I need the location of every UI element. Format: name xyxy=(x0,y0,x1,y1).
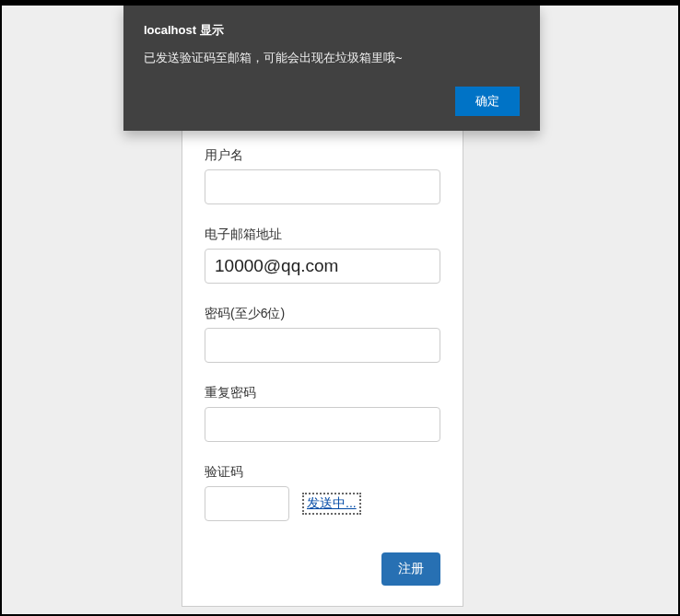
email-label: 电子邮箱地址 xyxy=(205,227,440,243)
password-label: 密码(至少6位) xyxy=(205,306,440,322)
email-group: 电子邮箱地址 xyxy=(205,227,440,284)
captcha-input[interactable] xyxy=(205,486,289,521)
captcha-group: 验证码 发送中... xyxy=(205,464,440,521)
alert-dialog: localhost 显示 已发送验证码至邮箱，可能会出现在垃圾箱里哦~ 确定 xyxy=(123,6,540,131)
username-label: 用户名 xyxy=(205,147,440,164)
username-input[interactable] xyxy=(205,169,440,204)
captcha-row: 发送中... xyxy=(205,486,440,521)
confirm-password-input[interactable] xyxy=(205,407,440,442)
alert-ok-button[interactable]: 确定 xyxy=(455,87,520,116)
captcha-label: 验证码 xyxy=(205,464,440,481)
username-group: 用户名 xyxy=(205,147,440,204)
confirm-password-group: 重复密码 xyxy=(205,385,440,442)
confirm-password-label: 重复密码 xyxy=(205,385,440,401)
alert-message: 已发送验证码至邮箱，可能会出现在垃圾箱里哦~ xyxy=(144,50,520,66)
registration-form: 用户名 电子邮箱地址 密码(至少6位) 重复密码 验证码 发送中... 注册 xyxy=(182,126,463,607)
email-input[interactable] xyxy=(205,249,440,284)
password-group: 密码(至少6位) xyxy=(205,306,440,363)
form-actions: 注册 xyxy=(205,552,440,586)
alert-actions: 确定 xyxy=(144,87,520,116)
alert-title: localhost 显示 xyxy=(144,22,520,39)
password-input[interactable] xyxy=(205,328,440,363)
send-captcha-button[interactable]: 发送中... xyxy=(302,493,361,515)
register-button[interactable]: 注册 xyxy=(381,552,440,586)
